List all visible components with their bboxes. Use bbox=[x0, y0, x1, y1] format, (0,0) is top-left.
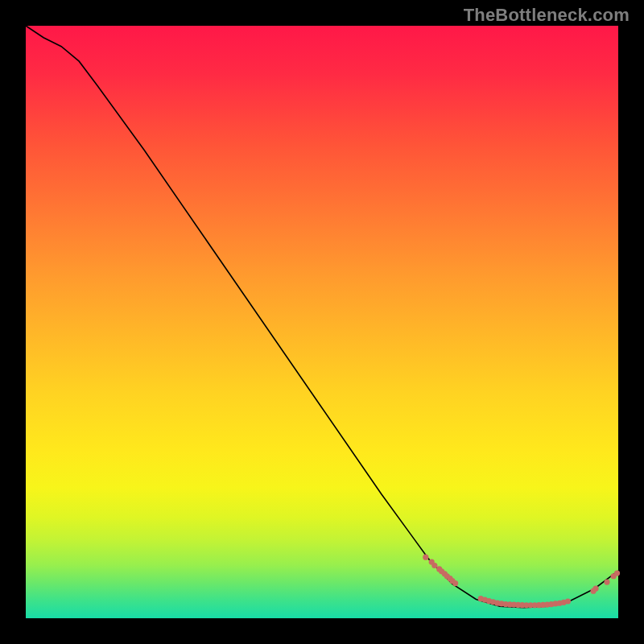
bottleneck-curve bbox=[26, 26, 618, 608]
data-point bbox=[604, 580, 609, 585]
data-point bbox=[423, 555, 428, 560]
data-point bbox=[565, 598, 571, 604]
data-point bbox=[592, 586, 598, 592]
data-point bbox=[431, 563, 437, 568]
chart-frame: TheBottleneck.com bbox=[0, 0, 644, 644]
watermark-text: TheBottleneck.com bbox=[464, 5, 630, 26]
data-points-group bbox=[423, 555, 620, 609]
plot-overlay bbox=[26, 26, 618, 618]
data-point bbox=[614, 570, 620, 576]
data-point bbox=[452, 580, 458, 586]
plot-area bbox=[26, 26, 618, 618]
